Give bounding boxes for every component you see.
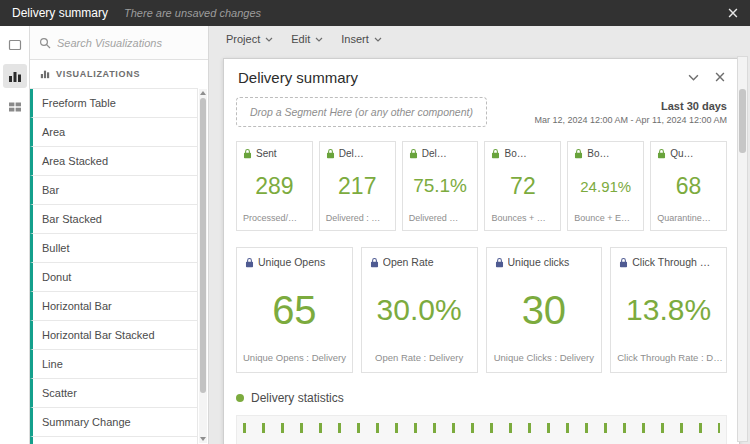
segment-drop-zone[interactable]: Drop a Segment Here (or any other compon…: [236, 97, 487, 127]
delivery-summary-panel: Delivery summary Drop a Segment Here (or…: [223, 58, 740, 444]
card-value: 30.0%: [362, 268, 477, 352]
card-footer: Open Rate : Delivery: [362, 352, 477, 372]
main-scrollbar-thumb[interactable]: [739, 89, 746, 153]
viz-item-line[interactable]: Line: [30, 350, 197, 379]
bar-chart-icon: [8, 69, 22, 83]
summary-cards-row-2: Unique Opens 65 Unique Opens : Delivery …: [236, 247, 727, 373]
viz-item-scatter[interactable]: Scatter: [30, 379, 197, 408]
visualizations-rail-button[interactable]: [3, 64, 27, 88]
panel-date-range[interactable]: Last 30 days Mar 12, 2024 12:00 AM - Apr…: [535, 97, 727, 125]
card-title: Bo…: [504, 148, 554, 159]
viz-item-area[interactable]: Area: [30, 118, 197, 147]
lock-icon: [245, 257, 254, 268]
chevron-down-icon: [374, 37, 382, 42]
delivery-statistics-chart: [236, 415, 727, 444]
viz-item-summary-number[interactable]: Summary Number: [30, 437, 197, 444]
panel-title: Delivery summary: [238, 69, 358, 86]
card-value: 65: [237, 268, 352, 352]
scroll-up-arrow[interactable]: [200, 91, 206, 95]
card-footer: Bounce + E…: [568, 213, 643, 230]
left-icon-rail: [0, 26, 30, 444]
sidebar-scrollbar[interactable]: [199, 89, 207, 443]
card-footer: Delivered …: [403, 213, 478, 230]
panels-rail-button[interactable]: [3, 33, 27, 57]
viz-item-donut[interactable]: Donut: [30, 263, 197, 292]
viz-item-freeform-table[interactable]: Freeform Table: [30, 89, 197, 118]
menu-insert-label: Insert: [341, 33, 369, 45]
menu-project[interactable]: Project: [217, 29, 282, 49]
viz-item-summary-change[interactable]: Summary Change: [30, 408, 197, 437]
viz-item-horizontal-bar[interactable]: Horizontal Bar: [30, 292, 197, 321]
chevron-down-icon: [265, 37, 273, 42]
panel-top-row: Drop a Segment Here (or any other compon…: [236, 97, 727, 127]
card-header: Sent: [237, 142, 312, 159]
card-header: Del…: [403, 142, 478, 159]
lock-icon: [243, 148, 252, 159]
card-title: Click Through …: [632, 256, 718, 268]
card-value: 217: [320, 159, 395, 213]
metric-card-delivered-rate[interactable]: Del… 75.1% Delivered …: [402, 141, 479, 231]
lock-icon: [657, 148, 666, 159]
close-project-button[interactable]: [728, 8, 738, 18]
visualizations-list: Freeform Table Area Area Stacked Bar Bar…: [30, 88, 198, 444]
card-value: 72: [485, 159, 560, 213]
unsaved-changes-status: There are unsaved changes: [124, 7, 261, 19]
section-title-label: VISUALIZATIONS: [56, 69, 140, 79]
menu-edit-label: Edit: [291, 33, 310, 45]
metric-card-bounce-rate[interactable]: Bo… 24.91% Bounce + E…: [567, 141, 644, 231]
legend-dot: [236, 394, 244, 402]
card-header: Open Rate: [362, 248, 477, 268]
card-title: Qu…: [670, 148, 720, 159]
card-header: Qu…: [651, 142, 726, 159]
menu-edit[interactable]: Edit: [282, 29, 332, 49]
main-scrollbar[interactable]: [737, 56, 748, 442]
card-footer: Unique Clicks : Delivery: [487, 352, 602, 372]
scroll-down-arrow[interactable]: [200, 437, 206, 441]
card-footer: Delivered : …: [320, 213, 395, 230]
card-value: 68: [651, 159, 726, 213]
metric-card-click-through-rate[interactable]: Click Through … 13.8% Click Through Rate…: [610, 247, 727, 373]
close-icon: [715, 72, 725, 82]
metric-card-delivered[interactable]: Del… 217 Delivered : …: [319, 141, 396, 231]
panels-icon: [8, 38, 22, 52]
metric-card-quarantine[interactable]: Qu… 68 Quarantine…: [650, 141, 727, 231]
menu-insert[interactable]: Insert: [332, 29, 391, 49]
card-title: Del…: [422, 148, 472, 159]
card-title: Unique Opens: [258, 256, 344, 268]
card-footer: Quarantine…: [651, 213, 726, 230]
viz-item-bar-stacked[interactable]: Bar Stacked: [30, 205, 197, 234]
chevron-down-icon: [315, 37, 323, 42]
metric-card-unique-clicks[interactable]: Unique clicks 30 Unique Clicks : Deliver…: [486, 247, 603, 373]
viz-item-bar[interactable]: Bar: [30, 176, 197, 205]
lock-icon: [409, 148, 418, 159]
viz-item-bullet[interactable]: Bullet: [30, 234, 197, 263]
lock-icon: [619, 257, 628, 268]
components-icon: [8, 100, 22, 114]
metric-card-bounces[interactable]: Bo… 72 Bounces + …: [484, 141, 561, 231]
card-footer: Processed/…: [237, 213, 312, 230]
viz-item-horizontal-bar-stacked[interactable]: Horizontal Bar Stacked: [30, 321, 197, 350]
sidebar-scrollbar-thumb[interactable]: [200, 98, 206, 393]
card-title: Bo…: [587, 148, 637, 159]
search-input[interactable]: [57, 37, 199, 49]
viz-item-area-stacked[interactable]: Area Stacked: [30, 147, 197, 176]
metric-card-open-rate[interactable]: Open Rate 30.0% Open Rate : Delivery: [361, 247, 478, 373]
close-panel-button[interactable]: [715, 72, 725, 82]
card-footer: Click Through Rate : D…: [611, 352, 726, 372]
metric-card-sent[interactable]: Sent 289 Processed/…: [236, 141, 313, 231]
lock-icon: [491, 148, 500, 159]
workspace-area: Project Edit Insert Delivery summary: [209, 26, 750, 444]
card-title: Open Rate: [383, 256, 469, 268]
card-header: Click Through …: [611, 248, 726, 268]
date-range-detail: Mar 12, 2024 12:00 AM - Apr 11, 2024 12:…: [535, 115, 727, 125]
card-footer: Bounces + …: [485, 213, 560, 230]
components-rail-button[interactable]: [3, 95, 27, 119]
panel-actions: [688, 72, 725, 82]
card-header: Unique clicks: [487, 248, 602, 268]
card-value: 75.1%: [403, 159, 478, 213]
collapse-panel-button[interactable]: [688, 74, 699, 81]
metric-card-unique-opens[interactable]: Unique Opens 65 Unique Opens : Delivery: [236, 247, 353, 373]
panel-body: Drop a Segment Here (or any other compon…: [224, 95, 739, 444]
visualizations-icon: [40, 69, 50, 79]
summary-cards-row-1: Sent 289 Processed/… Del… 217 Delivered …: [236, 141, 727, 231]
